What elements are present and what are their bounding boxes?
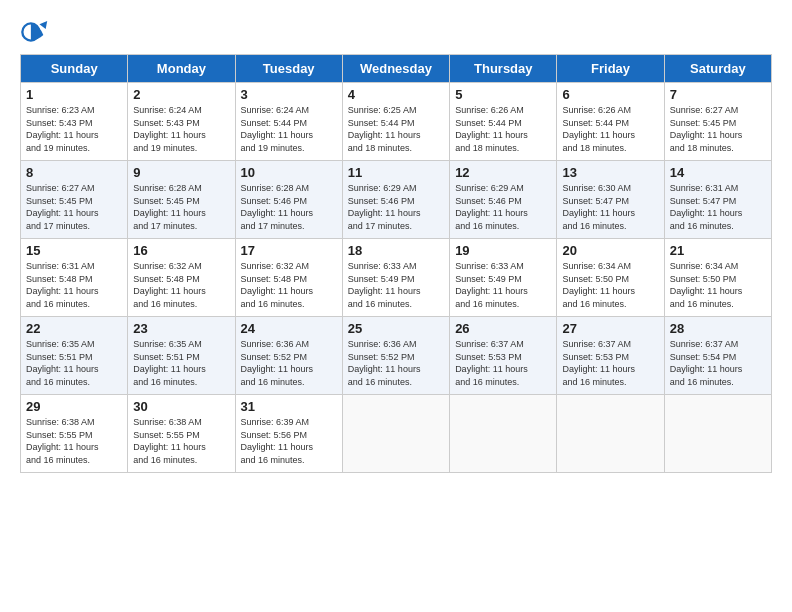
day-info: Sunrise: 6:32 AM Sunset: 5:48 PM Dayligh… bbox=[241, 260, 337, 310]
day-info: Sunrise: 6:26 AM Sunset: 5:44 PM Dayligh… bbox=[562, 104, 658, 154]
day-number: 5 bbox=[455, 87, 551, 102]
calendar-cell: 1Sunrise: 6:23 AM Sunset: 5:43 PM Daylig… bbox=[21, 83, 128, 161]
calendar-header: SundayMondayTuesdayWednesdayThursdayFrid… bbox=[21, 55, 772, 83]
day-info: Sunrise: 6:36 AM Sunset: 5:52 PM Dayligh… bbox=[348, 338, 444, 388]
calendar-cell: 26Sunrise: 6:37 AM Sunset: 5:53 PM Dayli… bbox=[450, 317, 557, 395]
day-number: 20 bbox=[562, 243, 658, 258]
day-info: Sunrise: 6:33 AM Sunset: 5:49 PM Dayligh… bbox=[348, 260, 444, 310]
day-header-saturday: Saturday bbox=[664, 55, 771, 83]
calendar-cell bbox=[450, 395, 557, 473]
day-header-sunday: Sunday bbox=[21, 55, 128, 83]
day-number: 15 bbox=[26, 243, 122, 258]
day-info: Sunrise: 6:24 AM Sunset: 5:43 PM Dayligh… bbox=[133, 104, 229, 154]
day-number: 4 bbox=[348, 87, 444, 102]
day-info: Sunrise: 6:34 AM Sunset: 5:50 PM Dayligh… bbox=[562, 260, 658, 310]
calendar-cell: 4Sunrise: 6:25 AM Sunset: 5:44 PM Daylig… bbox=[342, 83, 449, 161]
day-header-tuesday: Tuesday bbox=[235, 55, 342, 83]
day-header-thursday: Thursday bbox=[450, 55, 557, 83]
day-info: Sunrise: 6:38 AM Sunset: 5:55 PM Dayligh… bbox=[133, 416, 229, 466]
day-number: 21 bbox=[670, 243, 766, 258]
day-info: Sunrise: 6:35 AM Sunset: 5:51 PM Dayligh… bbox=[133, 338, 229, 388]
day-number: 16 bbox=[133, 243, 229, 258]
day-number: 6 bbox=[562, 87, 658, 102]
calendar-cell: 31Sunrise: 6:39 AM Sunset: 5:56 PM Dayli… bbox=[235, 395, 342, 473]
calendar-cell: 22Sunrise: 6:35 AM Sunset: 5:51 PM Dayli… bbox=[21, 317, 128, 395]
calendar-cell: 15Sunrise: 6:31 AM Sunset: 5:48 PM Dayli… bbox=[21, 239, 128, 317]
day-number: 24 bbox=[241, 321, 337, 336]
calendar-week-2: 8Sunrise: 6:27 AM Sunset: 5:45 PM Daylig… bbox=[21, 161, 772, 239]
calendar-cell: 12Sunrise: 6:29 AM Sunset: 5:46 PM Dayli… bbox=[450, 161, 557, 239]
day-number: 9 bbox=[133, 165, 229, 180]
calendar-cell bbox=[342, 395, 449, 473]
day-info: Sunrise: 6:29 AM Sunset: 5:46 PM Dayligh… bbox=[348, 182, 444, 232]
calendar-cell: 14Sunrise: 6:31 AM Sunset: 5:47 PM Dayli… bbox=[664, 161, 771, 239]
day-number: 18 bbox=[348, 243, 444, 258]
day-info: Sunrise: 6:34 AM Sunset: 5:50 PM Dayligh… bbox=[670, 260, 766, 310]
calendar-cell: 2Sunrise: 6:24 AM Sunset: 5:43 PM Daylig… bbox=[128, 83, 235, 161]
day-info: Sunrise: 6:25 AM Sunset: 5:44 PM Dayligh… bbox=[348, 104, 444, 154]
calendar-cell: 23Sunrise: 6:35 AM Sunset: 5:51 PM Dayli… bbox=[128, 317, 235, 395]
calendar-cell: 29Sunrise: 6:38 AM Sunset: 5:55 PM Dayli… bbox=[21, 395, 128, 473]
calendar-cell: 28Sunrise: 6:37 AM Sunset: 5:54 PM Dayli… bbox=[664, 317, 771, 395]
day-info: Sunrise: 6:31 AM Sunset: 5:47 PM Dayligh… bbox=[670, 182, 766, 232]
calendar-cell: 21Sunrise: 6:34 AM Sunset: 5:50 PM Dayli… bbox=[664, 239, 771, 317]
day-number: 11 bbox=[348, 165, 444, 180]
calendar-cell: 13Sunrise: 6:30 AM Sunset: 5:47 PM Dayli… bbox=[557, 161, 664, 239]
day-header-monday: Monday bbox=[128, 55, 235, 83]
day-info: Sunrise: 6:33 AM Sunset: 5:49 PM Dayligh… bbox=[455, 260, 551, 310]
day-number: 30 bbox=[133, 399, 229, 414]
day-number: 31 bbox=[241, 399, 337, 414]
day-info: Sunrise: 6:35 AM Sunset: 5:51 PM Dayligh… bbox=[26, 338, 122, 388]
calendar-cell: 10Sunrise: 6:28 AM Sunset: 5:46 PM Dayli… bbox=[235, 161, 342, 239]
day-info: Sunrise: 6:27 AM Sunset: 5:45 PM Dayligh… bbox=[26, 182, 122, 232]
calendar-cell: 24Sunrise: 6:36 AM Sunset: 5:52 PM Dayli… bbox=[235, 317, 342, 395]
calendar-body: 1Sunrise: 6:23 AM Sunset: 5:43 PM Daylig… bbox=[21, 83, 772, 473]
calendar-cell: 16Sunrise: 6:32 AM Sunset: 5:48 PM Dayli… bbox=[128, 239, 235, 317]
calendar-cell: 5Sunrise: 6:26 AM Sunset: 5:44 PM Daylig… bbox=[450, 83, 557, 161]
day-number: 17 bbox=[241, 243, 337, 258]
day-number: 3 bbox=[241, 87, 337, 102]
day-info: Sunrise: 6:38 AM Sunset: 5:55 PM Dayligh… bbox=[26, 416, 122, 466]
calendar-cell: 9Sunrise: 6:28 AM Sunset: 5:45 PM Daylig… bbox=[128, 161, 235, 239]
day-number: 13 bbox=[562, 165, 658, 180]
day-info: Sunrise: 6:31 AM Sunset: 5:48 PM Dayligh… bbox=[26, 260, 122, 310]
calendar-cell: 6Sunrise: 6:26 AM Sunset: 5:44 PM Daylig… bbox=[557, 83, 664, 161]
day-number: 25 bbox=[348, 321, 444, 336]
day-info: Sunrise: 6:23 AM Sunset: 5:43 PM Dayligh… bbox=[26, 104, 122, 154]
day-number: 8 bbox=[26, 165, 122, 180]
calendar-cell: 18Sunrise: 6:33 AM Sunset: 5:49 PM Dayli… bbox=[342, 239, 449, 317]
calendar-cell: 8Sunrise: 6:27 AM Sunset: 5:45 PM Daylig… bbox=[21, 161, 128, 239]
day-info: Sunrise: 6:37 AM Sunset: 5:53 PM Dayligh… bbox=[455, 338, 551, 388]
calendar-cell: 25Sunrise: 6:36 AM Sunset: 5:52 PM Dayli… bbox=[342, 317, 449, 395]
header bbox=[20, 18, 772, 46]
day-info: Sunrise: 6:24 AM Sunset: 5:44 PM Dayligh… bbox=[241, 104, 337, 154]
day-number: 28 bbox=[670, 321, 766, 336]
day-info: Sunrise: 6:36 AM Sunset: 5:52 PM Dayligh… bbox=[241, 338, 337, 388]
calendar-cell: 20Sunrise: 6:34 AM Sunset: 5:50 PM Dayli… bbox=[557, 239, 664, 317]
day-info: Sunrise: 6:37 AM Sunset: 5:53 PM Dayligh… bbox=[562, 338, 658, 388]
calendar-cell: 27Sunrise: 6:37 AM Sunset: 5:53 PM Dayli… bbox=[557, 317, 664, 395]
calendar-week-3: 15Sunrise: 6:31 AM Sunset: 5:48 PM Dayli… bbox=[21, 239, 772, 317]
calendar: SundayMondayTuesdayWednesdayThursdayFrid… bbox=[20, 54, 772, 473]
calendar-cell: 7Sunrise: 6:27 AM Sunset: 5:45 PM Daylig… bbox=[664, 83, 771, 161]
calendar-cell: 3Sunrise: 6:24 AM Sunset: 5:44 PM Daylig… bbox=[235, 83, 342, 161]
day-number: 26 bbox=[455, 321, 551, 336]
day-info: Sunrise: 6:39 AM Sunset: 5:56 PM Dayligh… bbox=[241, 416, 337, 466]
day-number: 14 bbox=[670, 165, 766, 180]
day-header-wednesday: Wednesday bbox=[342, 55, 449, 83]
page: SundayMondayTuesdayWednesdayThursdayFrid… bbox=[0, 0, 792, 612]
logo-icon bbox=[20, 18, 48, 46]
day-number: 29 bbox=[26, 399, 122, 414]
day-number: 22 bbox=[26, 321, 122, 336]
day-number: 12 bbox=[455, 165, 551, 180]
calendar-cell bbox=[557, 395, 664, 473]
day-number: 19 bbox=[455, 243, 551, 258]
day-number: 2 bbox=[133, 87, 229, 102]
day-number: 23 bbox=[133, 321, 229, 336]
day-header-friday: Friday bbox=[557, 55, 664, 83]
calendar-cell: 17Sunrise: 6:32 AM Sunset: 5:48 PM Dayli… bbox=[235, 239, 342, 317]
calendar-cell bbox=[664, 395, 771, 473]
calendar-week-1: 1Sunrise: 6:23 AM Sunset: 5:43 PM Daylig… bbox=[21, 83, 772, 161]
day-number: 10 bbox=[241, 165, 337, 180]
day-info: Sunrise: 6:27 AM Sunset: 5:45 PM Dayligh… bbox=[670, 104, 766, 154]
